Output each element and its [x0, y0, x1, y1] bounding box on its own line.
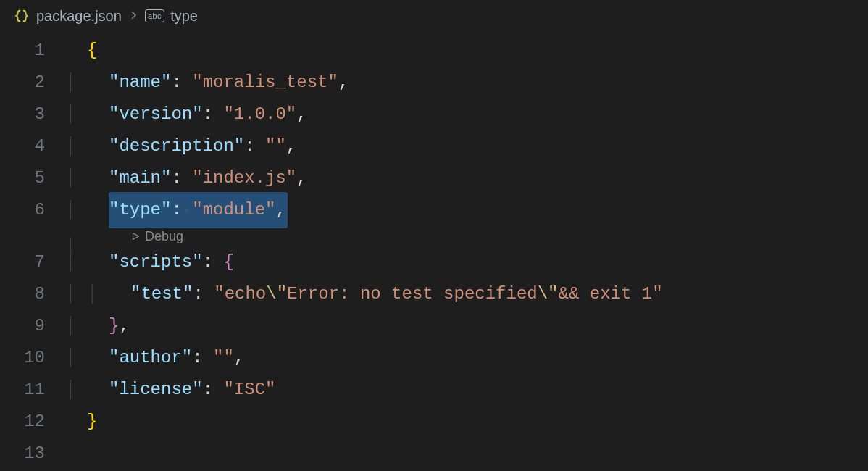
breadcrumb-file[interactable]: package.json	[36, 8, 122, 25]
json-key: "license"	[109, 374, 203, 406]
line-number: 1	[0, 35, 65, 67]
escape-char: \"	[538, 278, 559, 310]
line-number: 10	[0, 342, 65, 374]
brace-open: {	[223, 246, 233, 278]
code-line[interactable]: 13	[0, 438, 868, 470]
json-key: "name"	[109, 67, 171, 99]
line-number: 8	[0, 278, 65, 310]
json-value: "module"	[192, 200, 275, 220]
code-line[interactable]: 10 "author": "",	[0, 342, 868, 374]
code-line[interactable]: 7 "scripts": {	[0, 246, 868, 278]
codelens: │ Debug	[0, 226, 868, 246]
code-line[interactable]: 1 {	[0, 35, 868, 67]
line-number: 3	[0, 99, 65, 130]
line-number: 2	[0, 67, 65, 99]
brace-open: {	[87, 35, 97, 67]
code-line[interactable]: 5 "main": "index.js",	[0, 162, 868, 194]
line-number: 6	[0, 194, 65, 226]
code-line[interactable]: 3 "version": "1.0.0",	[0, 99, 868, 130]
line-number: 12	[0, 406, 65, 438]
json-key: "test"	[130, 278, 193, 310]
json-key: "description"	[109, 130, 244, 162]
json-value: "1.0.0"	[223, 99, 296, 130]
json-key: "scripts"	[109, 246, 203, 278]
code-line[interactable]: 2 "name": "moralis_test",	[0, 67, 868, 99]
escape-char: \"	[266, 278, 287, 310]
json-value: "echo	[214, 278, 266, 310]
code-editor[interactable]: 1 { 2 "name": "moralis_test", 3 "version…	[0, 32, 868, 470]
brace-close: }	[109, 310, 119, 342]
play-icon	[130, 231, 141, 241]
json-value: "moralis_test"	[192, 67, 338, 99]
brace-close: }	[87, 406, 97, 438]
json-value: ""	[213, 342, 234, 374]
json-value: "index.js"	[192, 162, 296, 194]
line-number: 4	[0, 130, 65, 162]
string-symbol-icon: abc	[145, 9, 164, 22]
json-key: "author"	[109, 342, 192, 374]
json-key: "version"	[109, 99, 203, 130]
line-number: 7	[0, 246, 65, 278]
json-key: "type"	[109, 200, 171, 220]
json-value: ""	[265, 130, 286, 162]
json-value: "ISC"	[223, 374, 275, 406]
line-number: 11	[0, 374, 65, 406]
chevron-right-icon	[128, 8, 139, 25]
json-key: "main"	[109, 162, 171, 194]
line-number: 9	[0, 310, 65, 342]
json-file-icon	[13, 7, 30, 25]
code-line[interactable]: 11 "license": "ISC"	[0, 374, 868, 406]
line-number: 5	[0, 162, 65, 194]
code-line[interactable]: 8 │ "test": "echo \"Error: no test speci…	[0, 278, 868, 310]
code-line[interactable]: 9 },	[0, 310, 868, 342]
code-line[interactable]: 12 }	[0, 406, 868, 438]
breadcrumb-symbol[interactable]: type	[170, 8, 198, 25]
code-line[interactable]: 4 "description": "",	[0, 130, 868, 162]
breadcrumb[interactable]: package.json abc type	[0, 0, 868, 32]
line-number: 13	[0, 438, 65, 470]
